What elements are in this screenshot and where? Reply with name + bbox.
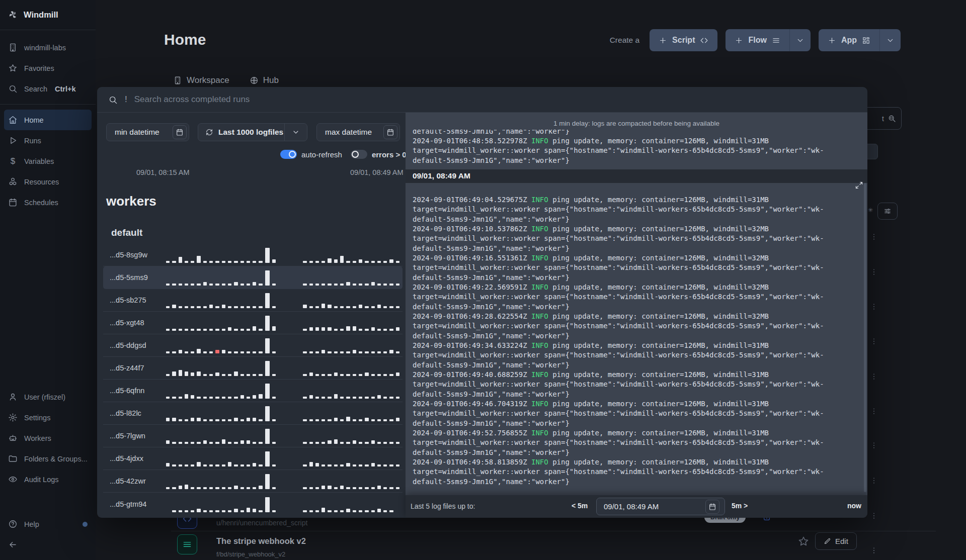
worker-row[interactable]: ...d5-5sms9: [103, 266, 403, 289]
filter-settings-button[interactable]: [877, 203, 898, 220]
spark-bar: [222, 510, 225, 512]
create-flow-button[interactable]: Flow: [726, 29, 810, 51]
select-chevron[interactable]: [284, 124, 307, 141]
spark-bar: [191, 442, 194, 444]
spark-bar: [240, 261, 244, 263]
worker-row[interactable]: ...d5-4jdxx: [103, 447, 403, 470]
spark-bar: [346, 306, 350, 308]
calendar-icon[interactable]: [383, 125, 397, 139]
min-datetime-picker[interactable]: min datetime: [106, 123, 189, 141]
edit-button[interactable]: Edit: [815, 532, 857, 550]
worker-row[interactable]: ...d5-z44f7: [103, 357, 403, 380]
errors-toggle[interactable]: [351, 150, 367, 159]
sidebar-item-help[interactable]: Help: [0, 514, 96, 534]
kebab-menu-icon[interactable]: [870, 407, 878, 415]
spark-bar: [247, 306, 250, 308]
kebab-menu-icon[interactable]: [870, 441, 878, 449]
sidebar-item-workspace[interactable]: windmill-labs: [0, 37, 96, 58]
script-path: u/henri/unencumbered_script: [216, 519, 307, 527]
sidebar-item-user[interactable]: User (rfiszel): [0, 387, 96, 407]
kebab-menu-icon[interactable]: [870, 372, 878, 381]
spark-bar: [240, 510, 244, 512]
favorite-star-icon[interactable]: [797, 535, 810, 547]
chevron-down-icon: [886, 36, 895, 45]
kebab-menu-icon[interactable]: [870, 337, 878, 345]
sidebar-item-folders-groups[interactable]: Folders & Groups...: [0, 448, 96, 469]
worker-row[interactable]: ...d5-7lgwn: [103, 425, 403, 447]
create-script-button[interactable]: Script: [650, 29, 717, 51]
sidebar-item-variables[interactable]: $ Variables: [0, 151, 96, 171]
sidebar-item-workers[interactable]: Workers: [0, 428, 96, 448]
kebab-menu-icon[interactable]: [870, 303, 878, 311]
worker-row[interactable]: ...d5-8sg9w: [103, 244, 403, 266]
step-forward-button[interactable]: 5m >: [732, 502, 748, 510]
create-app-button[interactable]: App: [819, 29, 901, 51]
spark-bar: [365, 418, 368, 421]
step-back-button[interactable]: < 5m: [572, 502, 588, 510]
worker-row[interactable]: ...d5-xgt48: [103, 312, 403, 334]
sidebar-item-resources[interactable]: Resources: [0, 171, 96, 192]
spark-bar: [253, 282, 256, 286]
sidebar-item-runs[interactable]: Runs: [0, 130, 96, 151]
create-toolbar: Create a Script Flow App: [610, 29, 901, 51]
expand-icon[interactable]: [855, 181, 863, 190]
sidebar-item-home[interactable]: Home: [4, 110, 92, 130]
worker-row[interactable]: ...d5-6qfnn: [103, 380, 403, 402]
spark-bar: [222, 329, 225, 331]
auto-refresh-toggle[interactable]: [280, 150, 297, 159]
flow-list-row[interactable]: The stripe webhook v2 f/bd/stripe_webhoo…: [171, 531, 936, 560]
log-message: ping update, memory: container=126MB, wi…: [548, 312, 769, 320]
spark-bar: [247, 374, 250, 376]
sidebar-item-settings[interactable]: Settings: [0, 407, 96, 428]
pencil-icon: [824, 537, 831, 545]
log-footer-label: Last 5 log files up to:: [411, 502, 475, 510]
spark-bar: [346, 463, 350, 466]
spark-bar: [185, 510, 188, 512]
log-panel[interactable]: 1 min delay: logs are compacted before b…: [406, 113, 867, 495]
spark-bar: [396, 464, 399, 466]
worker-row[interactable]: ...d5-l82lc: [103, 402, 403, 425]
log-entry: 2024-09-01T06:49:58.813859Z INFO ping up…: [413, 457, 867, 487]
spark-bar: [371, 351, 375, 353]
worker-label: ...d5-42zwr: [103, 477, 166, 485]
spark-bar: [240, 440, 244, 444]
spark-bar: [259, 329, 262, 331]
sidebar-item-favorites[interactable]: Favorites: [0, 58, 96, 78]
tab-hub[interactable]: Hub: [250, 75, 279, 85]
auto-refresh-control: auto-refresh errors > 0: [280, 150, 407, 159]
sidebar-collapse-button[interactable]: [0, 534, 96, 555]
app-dropdown-button[interactable]: [879, 29, 901, 51]
sidebar-item-audit-logs[interactable]: Audit Logs: [0, 469, 96, 490]
kebab-menu-icon[interactable]: [870, 268, 878, 276]
spark-bar: [209, 261, 213, 263]
flow-dropdown-button[interactable]: [789, 29, 811, 51]
max-datetime-picker[interactable]: max datetime: [316, 123, 400, 141]
spark-bar: [303, 261, 306, 263]
sidebar-item-label: Variables: [24, 157, 54, 165]
calendar-icon[interactable]: [705, 500, 719, 514]
sidebar-item-schedules[interactable]: Schedules: [0, 192, 96, 213]
worker-row[interactable]: ...d5-42zwr: [103, 470, 403, 493]
log-scrollbar[interactable]: [864, 183, 866, 492]
spark-bar: [371, 374, 375, 376]
log-entry: 2024-09-01T06:49:52.756855Z INFO ping up…: [413, 428, 867, 457]
spark-bar: [215, 442, 219, 444]
search-input[interactable]: [134, 95, 856, 105]
logfiles-select[interactable]: Last 1000 logfiles: [198, 123, 307, 141]
sidebar-item-search[interactable]: Search Ctrl+k: [0, 78, 96, 99]
calendar-icon[interactable]: [173, 125, 187, 139]
log-level-info: INFO: [531, 196, 548, 204]
chevron-down-icon: [292, 128, 300, 136]
spark-bar: [353, 397, 356, 399]
spark-bar: [315, 351, 319, 353]
now-button[interactable]: now: [847, 502, 861, 510]
kebab-menu-icon[interactable]: [870, 477, 878, 485]
sidebar-item-label: Runs: [24, 137, 41, 145]
worker-row[interactable]: ...d5-gtm94: [103, 493, 403, 515]
tab-workspace[interactable]: Workspace: [173, 75, 229, 85]
kebab-menu-icon[interactable]: [870, 233, 878, 241]
footer-datetime-picker[interactable]: 09/01, 08:49 AM: [596, 498, 725, 515]
worker-row[interactable]: ...d5-sb275: [103, 289, 403, 312]
spark-bar: [209, 487, 213, 489]
worker-row[interactable]: ...d5-ddgsd: [103, 334, 403, 357]
